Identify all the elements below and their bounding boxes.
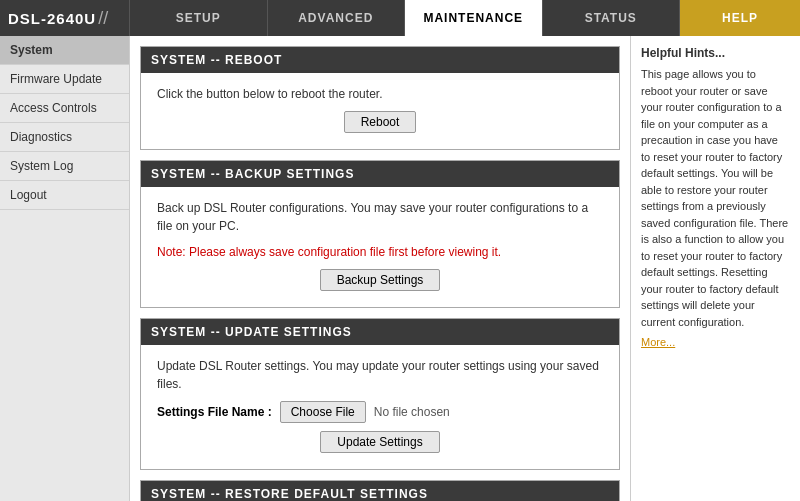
backup-button[interactable]: Backup Settings — [320, 269, 441, 291]
reboot-body: Click the button below to reboot the rou… — [141, 73, 619, 149]
logo-model: DSL-2640U — [8, 10, 96, 27]
help-title: Helpful Hints... — [641, 46, 790, 60]
tab-setup[interactable]: SETUP — [130, 0, 268, 36]
help-more-link[interactable]: More... — [641, 336, 790, 348]
sidebar-item-access-controls[interactable]: Access Controls — [0, 94, 129, 123]
logo-area: DSL-2640U // — [0, 0, 130, 36]
backup-body: Back up DSL Router configurations. You m… — [141, 187, 619, 307]
reboot-button[interactable]: Reboot — [344, 111, 417, 133]
sidebar-item-logout[interactable]: Logout — [0, 181, 129, 210]
sidebar: System Firmware Update Access Controls D… — [0, 36, 130, 501]
reboot-text: Click the button below to reboot the rou… — [157, 85, 603, 103]
update-section: SYSTEM -- UPDATE SETTINGS Update DSL Rou… — [140, 318, 620, 470]
backup-btn-row: Backup Settings — [157, 269, 603, 291]
tab-help[interactable]: HELP — [680, 0, 800, 36]
tab-advanced[interactable]: ADVANCED — [268, 0, 406, 36]
logo-slash: // — [98, 8, 108, 29]
backup-header: SYSTEM -- BACKUP SETTINGS — [141, 161, 619, 187]
backup-text: Back up DSL Router configurations. You m… — [157, 199, 603, 235]
reboot-btn-row: Reboot — [157, 111, 603, 133]
sidebar-item-system[interactable]: System — [0, 36, 129, 65]
update-settings-button[interactable]: Update Settings — [320, 431, 439, 453]
file-label: Settings File Name : — [157, 405, 272, 419]
sidebar-item-diagnostics[interactable]: Diagnostics — [0, 123, 129, 152]
restore-section: SYSTEM -- RESTORE DEFAULT SETTINGS Resto… — [140, 480, 620, 501]
backup-section: SYSTEM -- BACKUP SETTINGS Back up DSL Ro… — [140, 160, 620, 308]
tab-status[interactable]: STATUS — [543, 0, 681, 36]
top-bar: DSL-2640U // SETUP ADVANCED MAINTENANCE … — [0, 0, 800, 36]
reboot-section: SYSTEM -- REBOOT Click the button below … — [140, 46, 620, 150]
update-btn-row: Update Settings — [157, 431, 603, 453]
nav-tabs: SETUP ADVANCED MAINTENANCE STATUS — [130, 0, 680, 36]
no-file-text: No file chosen — [374, 405, 450, 419]
main-layout: System Firmware Update Access Controls D… — [0, 36, 800, 501]
file-row: Settings File Name : Choose File No file… — [157, 401, 603, 423]
update-header: SYSTEM -- UPDATE SETTINGS — [141, 319, 619, 345]
sidebar-item-firmware-update[interactable]: Firmware Update — [0, 65, 129, 94]
content-area: SYSTEM -- REBOOT Click the button below … — [130, 36, 630, 501]
reboot-header: SYSTEM -- REBOOT — [141, 47, 619, 73]
sidebar-item-system-log[interactable]: System Log — [0, 152, 129, 181]
help-body: This page allows you to reboot your rout… — [641, 66, 790, 330]
update-text: Update DSL Router settings. You may upda… — [157, 357, 603, 393]
help-panel: Helpful Hints... This page allows you to… — [630, 36, 800, 501]
restore-header: SYSTEM -- RESTORE DEFAULT SETTINGS — [141, 481, 619, 501]
choose-file-button[interactable]: Choose File — [280, 401, 366, 423]
tab-maintenance[interactable]: MAINTENANCE — [405, 0, 543, 36]
backup-note: Note: Please always save configuration f… — [157, 243, 603, 261]
update-body: Update DSL Router settings. You may upda… — [141, 345, 619, 469]
